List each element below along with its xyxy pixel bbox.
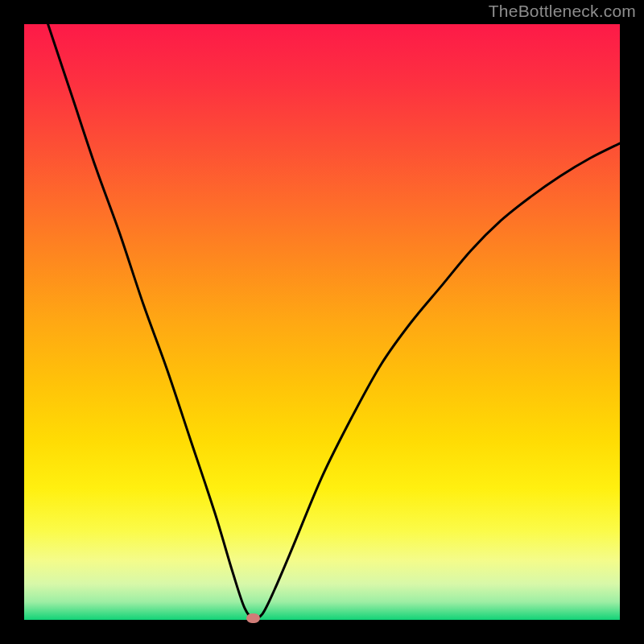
svg-rect-0 [24, 24, 620, 620]
optimal-point-marker [246, 613, 260, 623]
watermark-text: TheBottleneck.com [489, 2, 636, 21]
chart-area [24, 24, 620, 620]
gradient-background [24, 24, 620, 620]
